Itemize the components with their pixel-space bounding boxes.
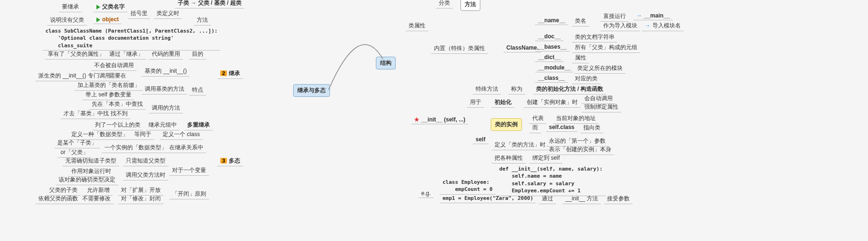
node-is-sub: 是某个「子类」 (54, 138, 100, 148)
node-no-parent: 说明没有父类 (47, 15, 87, 26)
node-direct-run: 直接运行 (600, 11, 629, 22)
node-close-mod: 对「修改」封闭 (118, 194, 164, 204)
node-class-instance: 类的实例 (491, 118, 522, 131)
node-code-reuse: 代码的重用 (149, 49, 183, 60)
node-def-time: 类定义时 (154, 9, 182, 19)
arrow-icon: → (636, 12, 642, 19)
node-bases-desc: 所有「父类」构成的元组 (572, 43, 640, 53)
node-def-class: 定义一个 class (160, 129, 203, 140)
badge-2: 2 (220, 70, 227, 76)
node-current-addr: 当前对象的地址 (553, 113, 599, 124)
node-represents: 代表 (529, 113, 547, 124)
node-depend-func: 依赖父类的函数 (35, 194, 81, 204)
node-exact-type: 该对象的确切类型决定 (56, 175, 118, 185)
parent-name-text: 父类名字 (102, 3, 125, 10)
node-bracket: 括号里 (128, 9, 150, 19)
arrow-icon-2: → (645, 22, 651, 29)
node-multi-inherit: 多重继承 (184, 120, 213, 130)
node-doc-attr: __doc__ (535, 32, 564, 41)
node-dict-desc: 属性 (572, 53, 589, 63)
node-name-attr: __name__ (535, 16, 568, 25)
init-label-text: __init__ (self, ...) (421, 116, 465, 123)
node-module-attr: __module__ (535, 63, 573, 72)
node-features: 特点 (189, 85, 206, 95)
node-add-prefix: 加上基类的「类名前缀」 (75, 80, 143, 91)
triangle-icon (96, 5, 100, 9)
node-inherit-poly: 继承与多态 (293, 84, 330, 97)
node-only-parent: 只需知道父类型 (123, 156, 168, 166)
node-search-self: 先在「本类」中查找 (89, 99, 146, 110)
node-parent-name: 父类名字 (94, 2, 128, 12)
node-called: 称为 (508, 84, 525, 95)
main-text: __main__ (644, 12, 670, 19)
node-used-for: 用于 (467, 97, 484, 108)
node-not-auto: 不会被自动调用 (91, 60, 137, 71)
badge-3: 3 (220, 158, 227, 164)
node-create-inst: 创建「实例对象」时 (524, 97, 581, 108)
node-with-self: 带上 self 参数变量 (83, 90, 134, 100)
node-search-base: 才去「基类」中找 (61, 109, 112, 119)
node-call-parent: 调用父类方法时 (123, 170, 168, 181)
node-special: 特殊方法 (473, 84, 501, 95)
node-bind-to-self: 绑定到 self (529, 153, 563, 164)
node-module-name: →导入模块名 (642, 21, 684, 31)
node-builtin: 内置（特殊）类属性 (431, 43, 488, 54)
node-doc-desc: 类的文档字符串 (572, 32, 617, 43)
node-as-module: 作为导入模块 (600, 21, 640, 31)
module-name-text: 导入模块名 (652, 22, 681, 29)
node-open-close: 「开闭」原则 (169, 189, 209, 199)
node-class-attr2: __class__ (535, 74, 568, 83)
node-method-box: 方法 (460, 0, 480, 11)
node-call-method: 调用的方法 (149, 103, 183, 113)
inherit-label-text: 继承 (229, 70, 240, 77)
node-no-exact: 无需确切知道子类型 (62, 156, 119, 166)
node-init-method2: __init__ 方法 (563, 194, 601, 204)
node-class-desc: 对应的类 (572, 74, 600, 84)
node-init: ★__init__ (self, ...) (411, 115, 468, 124)
node-force-bind: 强制绑定属性 (582, 102, 621, 112)
code-employee: class Employee: empCount = 0 (440, 178, 495, 195)
node-instance-type: 一个实例的「数据类型」 (102, 143, 170, 153)
node-init-method: 类的初始化方法 / 构造函数 (533, 84, 606, 95)
node-structure: 结构 (376, 57, 396, 69)
node-module-desc: 类定义所在的模块 (574, 63, 625, 74)
node-base-init: 基类的 __init__() (142, 66, 190, 77)
node-object: object (94, 15, 122, 24)
node-bases-attr: __bases__ (535, 43, 570, 52)
triangle-icon-2 (96, 17, 100, 22)
code-init-def: def __init__(self, name, salary): self.n… (496, 164, 606, 196)
node-list-multi: 列了一个以上的类 (92, 120, 143, 130)
node-topline: 子类 → 父类 / 基类 / 超类 (175, 0, 244, 9)
node-points-to: 指向类 (581, 123, 603, 133)
node-main: →__main__ (634, 11, 673, 20)
node-derived-init: 派生类的 __init__() 专门调用 (35, 71, 113, 81)
node-purpose: 目的 (189, 49, 206, 60)
node-inherit: 2继承 (217, 69, 243, 79)
node-class-attr: 类属性 (406, 21, 428, 31)
node-in-inherit: 在继承关系中 (166, 143, 206, 153)
node-self-class: self.class (546, 123, 577, 132)
node-while: 而 (529, 123, 541, 133)
node-equiv: 等同于 (131, 129, 154, 140)
object-text: object (102, 16, 119, 23)
star-icon: ★ (414, 116, 419, 123)
node-call-base: 调用基类的方法 (142, 84, 187, 95)
node-eg: e.g. (418, 189, 434, 198)
node-through: 通过 (539, 194, 556, 204)
code-subclass: class SubClassName (ParentClass1[, Paren… (43, 26, 220, 51)
node-accept-args: 接受参数 (604, 194, 633, 204)
node-has-parent-attr: 享有了「父类的属性」 (45, 49, 107, 60)
node-no-modify: 不需要修改 (79, 194, 113, 204)
code-emp1: emp1 = Employee("Zara", 2000) (440, 194, 536, 203)
node-inherit-tuple: 继承元组中 (146, 120, 180, 130)
node-bind-attrs: 把各种属性 (492, 153, 526, 164)
node-def-method: 定义「类的方法」时 (492, 140, 548, 150)
node-one-var: 对于一个变量 (169, 165, 209, 176)
node-through-inherit: 通过「继承」 (106, 49, 146, 60)
poly-label-text: 多态 (229, 157, 240, 164)
node-self: self (473, 135, 488, 144)
node-category: 分类 (436, 0, 453, 9)
node-initialize: 初始化 (492, 97, 514, 108)
node-dict-attr: __dict__ (535, 53, 564, 62)
node-poly: 3多态 (217, 156, 243, 166)
